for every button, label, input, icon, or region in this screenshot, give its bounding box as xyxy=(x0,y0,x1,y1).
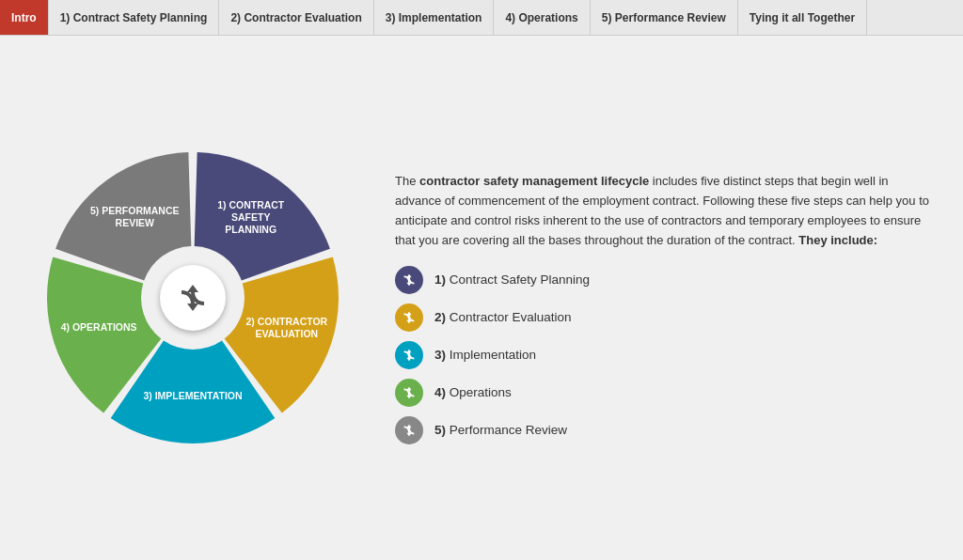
step-item-1: 1) Contract Safety Planning xyxy=(395,266,935,294)
step-label-1: 1) Contract Safety Planning xyxy=(434,272,590,287)
steps-list: 1) Contract Safety Planning 2) Contracto… xyxy=(395,266,935,444)
svg-text:REVIEW: REVIEW xyxy=(116,217,155,228)
pie-chart-section: 1) CONTRACTSAFETYPLANNING2) CONTRACTOREV… xyxy=(19,54,367,541)
step-icon-5 xyxy=(395,416,423,444)
nav-item-3[interactable]: 3) Implementation xyxy=(374,0,495,35)
step-label-5: 5) Performance Review xyxy=(434,423,567,437)
nav-item-0[interactable]: Intro xyxy=(0,0,49,35)
step-icon-2 xyxy=(395,303,423,332)
svg-text:4) OPERATIONS: 4) OPERATIONS xyxy=(61,321,137,333)
they-include: They include: xyxy=(798,233,877,247)
main-content: 1) CONTRACTSAFETYPLANNING2) CONTRACTOREV… xyxy=(0,36,963,560)
bold-term: contractor safety management lifecycle xyxy=(419,174,649,188)
center-recycle-icon xyxy=(160,265,226,331)
step-item-5: 5) Performance Review xyxy=(395,416,935,444)
step-label-3: 3) Implementation xyxy=(434,348,536,362)
svg-text:1) CONTRACT: 1) CONTRACT xyxy=(217,199,285,210)
svg-text:2) CONTRACTOR: 2) CONTRACTOR xyxy=(245,316,327,327)
step-item-2: 2) Contractor Evaluation xyxy=(395,303,935,332)
nav-item-4[interactable]: 4) Operations xyxy=(494,0,590,35)
svg-text:EVALUATION: EVALUATION xyxy=(256,328,319,339)
pie-label-3: 3) IMPLEMENTATION xyxy=(143,390,242,401)
pie-label-2: 2) CONTRACTOREVALUATION xyxy=(245,316,327,339)
step-icon-3 xyxy=(395,341,423,369)
step-icon-4 xyxy=(395,379,423,407)
svg-text:3) IMPLEMENTATION: 3) IMPLEMENTATION xyxy=(143,390,242,401)
nav-item-5[interactable]: 5) Performance Review xyxy=(591,0,738,35)
step-label-4: 4) Operations xyxy=(434,385,512,399)
step-label-2: 2) Contractor Evaluation xyxy=(434,310,572,324)
navigation-bar: Intro1) Contract Safety Planning2) Contr… xyxy=(0,0,963,36)
svg-text:SAFETY: SAFETY xyxy=(231,211,270,223)
pie-label-4: 4) OPERATIONS xyxy=(61,321,137,333)
step-icon-1 xyxy=(395,266,423,294)
nav-item-6[interactable]: Tying it all Together xyxy=(738,0,867,35)
nav-item-2[interactable]: 2) Contractor Evaluation xyxy=(219,0,373,35)
nav-item-1[interactable]: 1) Contract Safety Planning xyxy=(49,0,220,35)
step-item-4: 4) Operations xyxy=(395,379,935,407)
step-item-3: 3) Implementation xyxy=(395,341,935,369)
description-text: The contractor safety management lifecyc… xyxy=(395,172,935,250)
right-content-section: The contractor safety management lifecyc… xyxy=(395,54,935,541)
pie-chart-container: 1) CONTRACTSAFETYPLANNING2) CONTRACTOREV… xyxy=(33,138,353,458)
svg-text:PLANNING: PLANNING xyxy=(225,224,276,235)
svg-text:5) PERFORMANCE: 5) PERFORMANCE xyxy=(90,205,180,216)
